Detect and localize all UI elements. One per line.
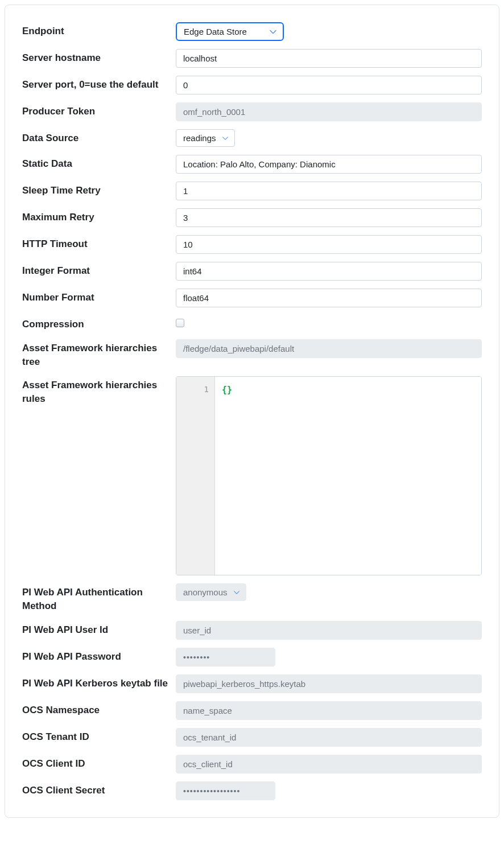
endpoint-select[interactable]: Edge Data Store bbox=[176, 22, 284, 41]
sleep-time-retry-input[interactable] bbox=[176, 182, 482, 200]
row-maximum-retry: Maximum Retry bbox=[22, 208, 482, 227]
row-pi-kerberos: PI Web API Kerberos keytab file bbox=[22, 674, 482, 693]
row-af-rules: Asset Framework hierarchies rules 1 {} bbox=[22, 376, 482, 575]
label-ocs-client-secret: OCS Client Secret bbox=[22, 781, 176, 797]
label-pi-auth-method: PI Web API Authentication Method bbox=[22, 583, 176, 613]
static-data-input[interactable] bbox=[176, 155, 482, 174]
producer-token-input bbox=[176, 102, 482, 121]
pi-user-id-input bbox=[176, 621, 482, 640]
number-format-input[interactable] bbox=[176, 289, 482, 307]
label-static-data: Static Data bbox=[22, 155, 176, 171]
code-gutter: 1 bbox=[176, 377, 215, 575]
ocs-namespace-input bbox=[176, 701, 482, 720]
label-integer-format: Integer Format bbox=[22, 262, 176, 278]
endpoint-select-value: Edge Data Store bbox=[184, 27, 247, 36]
label-data-source: Data Source bbox=[22, 129, 176, 145]
data-source-select-value: readings bbox=[183, 133, 216, 143]
row-data-source: Data Source readings bbox=[22, 129, 482, 147]
row-pi-password: PI Web API Password •••••••• bbox=[22, 648, 482, 666]
row-af-tree: Asset Framework hierarchies tree bbox=[22, 339, 482, 369]
row-static-data: Static Data bbox=[22, 155, 482, 174]
maximum-retry-input[interactable] bbox=[176, 208, 482, 227]
row-integer-format: Integer Format bbox=[22, 262, 482, 281]
row-ocs-client-id: OCS Client ID bbox=[22, 755, 482, 773]
row-sleep-time-retry: Sleep Time Retry bbox=[22, 182, 482, 200]
label-sleep-time-retry: Sleep Time Retry bbox=[22, 182, 176, 197]
label-number-format: Number Format bbox=[22, 289, 176, 305]
http-timeout-input[interactable] bbox=[176, 235, 482, 254]
chevron-down-icon bbox=[233, 589, 240, 596]
data-source-select[interactable]: readings bbox=[176, 129, 235, 147]
config-form-card: Endpoint Edge Data Store Server hostname… bbox=[5, 5, 499, 818]
row-pi-user-id: PI Web API User Id bbox=[22, 621, 482, 640]
label-ocs-namespace: OCS Namespace bbox=[22, 701, 176, 717]
label-compression: Compression bbox=[22, 315, 176, 331]
label-endpoint: Endpoint bbox=[22, 22, 176, 38]
pi-password-input: •••••••• bbox=[176, 648, 275, 666]
label-pi-user-id: PI Web API User Id bbox=[22, 621, 176, 637]
row-server-port: Server port, 0=use the default bbox=[22, 76, 482, 94]
line-number: 1 bbox=[176, 385, 209, 394]
integer-format-input[interactable] bbox=[176, 262, 482, 281]
pi-auth-method-select: anonymous bbox=[176, 583, 246, 601]
ocs-client-secret-input: ••••••••••••••••• bbox=[176, 781, 275, 800]
row-number-format: Number Format bbox=[22, 289, 482, 307]
label-ocs-tenant-id: OCS Tenant ID bbox=[22, 728, 176, 744]
label-server-hostname: Server hostname bbox=[22, 49, 176, 65]
password-mask: •••••••• bbox=[183, 653, 210, 662]
code-content[interactable]: {} bbox=[215, 377, 481, 575]
password-mask: ••••••••••••••••• bbox=[183, 787, 240, 796]
label-af-rules: Asset Framework hierarchies rules bbox=[22, 376, 176, 406]
row-server-hostname: Server hostname bbox=[22, 49, 482, 68]
pi-auth-method-value: anonymous bbox=[183, 587, 228, 597]
label-maximum-retry: Maximum Retry bbox=[22, 208, 176, 224]
server-port-input[interactable] bbox=[176, 76, 482, 94]
ocs-tenant-id-input bbox=[176, 728, 482, 747]
server-hostname-input[interactable] bbox=[176, 49, 482, 68]
label-af-tree: Asset Framework hierarchies tree bbox=[22, 339, 176, 369]
row-ocs-client-secret: OCS Client Secret ••••••••••••••••• bbox=[22, 781, 482, 800]
label-pi-password: PI Web API Password bbox=[22, 648, 176, 664]
row-ocs-namespace: OCS Namespace bbox=[22, 701, 482, 720]
row-ocs-tenant-id: OCS Tenant ID bbox=[22, 728, 482, 747]
label-pi-kerberos: PI Web API Kerberos keytab file bbox=[22, 674, 176, 690]
label-producer-token: Producer Token bbox=[22, 102, 176, 118]
row-compression: Compression bbox=[22, 315, 482, 331]
row-http-timeout: HTTP Timeout bbox=[22, 235, 482, 254]
label-http-timeout: HTTP Timeout bbox=[22, 235, 176, 251]
compression-checkbox[interactable] bbox=[176, 319, 184, 327]
label-ocs-client-id: OCS Client ID bbox=[22, 755, 176, 771]
pi-kerberos-input bbox=[176, 674, 482, 693]
af-tree-input bbox=[176, 339, 482, 358]
ocs-client-id-input bbox=[176, 755, 482, 773]
chevron-down-icon bbox=[269, 28, 277, 36]
chevron-down-icon bbox=[222, 135, 229, 142]
af-rules-code-editor[interactable]: 1 {} bbox=[176, 376, 482, 575]
label-server-port: Server port, 0=use the default bbox=[22, 76, 176, 92]
row-producer-token: Producer Token bbox=[22, 102, 482, 121]
row-endpoint: Endpoint Edge Data Store bbox=[22, 22, 482, 41]
row-pi-auth-method: PI Web API Authentication Method anonymo… bbox=[22, 583, 482, 613]
